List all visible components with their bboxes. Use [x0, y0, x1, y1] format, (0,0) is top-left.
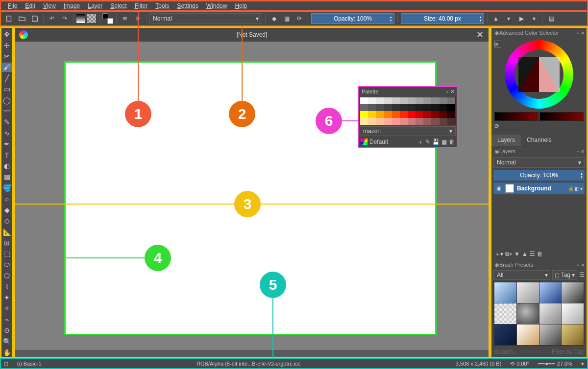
fill-tool[interactable]: 🪣	[2, 184, 12, 192]
brush-preset[interactable]	[494, 324, 516, 345]
move-tool[interactable]: ✢	[2, 41, 12, 49]
workspace-button[interactable]: ▤	[546, 13, 557, 24]
bezier-tool[interactable]: ✎	[2, 117, 12, 126]
palette-swatch[interactable]	[360, 104, 368, 111]
palette-set-combo[interactable]: mazon▾	[360, 126, 456, 136]
palette-swatch[interactable]	[376, 97, 384, 104]
blend-mode-combo[interactable]: Normal▾	[149, 13, 262, 24]
lock-icon[interactable]: 🔒	[568, 186, 574, 191]
palette-swatch[interactable]	[392, 118, 400, 125]
zoom-menu-icon[interactable]: ▾	[581, 361, 584, 367]
alpha-icon[interactable]: ◧	[575, 186, 579, 191]
palette-swatches[interactable]	[360, 97, 456, 125]
search-input[interactable]: Search...	[494, 348, 518, 355]
brush-preset[interactable]	[517, 282, 539, 303]
brush-size-slider[interactable]: Size: 40.00 px▴▾	[401, 13, 484, 24]
brush-filter-combo[interactable]: All▾	[493, 270, 550, 280]
save-file-button[interactable]	[29, 13, 40, 24]
close-docker-icon[interactable]: ✕	[581, 262, 585, 268]
redo-button[interactable]: ↷	[59, 13, 70, 24]
polyline-tool[interactable]: 〰	[2, 107, 12, 115]
contig-select-tool[interactable]: ✦	[2, 293, 12, 302]
palette-swatch[interactable]	[400, 118, 408, 125]
palette-swatch[interactable]	[423, 104, 431, 111]
smart-fill-tool[interactable]: ◆	[2, 206, 12, 214]
brush-preset[interactable]	[494, 282, 516, 303]
storage-icon[interactable]: ☰	[579, 272, 585, 278]
measure-tool[interactable]: 📐	[2, 227, 12, 236]
reload-brush-button[interactable]: ⟳	[294, 13, 305, 24]
add-layer-button[interactable]: ＋▾	[494, 250, 503, 258]
color-wheel[interactable]: ≡	[491, 38, 587, 111]
brush-tool[interactable]: 🖌	[2, 63, 12, 71]
layer-blend-combo[interactable]: Normal▾▿	[493, 157, 585, 168]
palette-swatch[interactable]	[416, 111, 423, 118]
similar-select-tool[interactable]: ✧	[2, 304, 12, 313]
rect-select-tool[interactable]: ⬚	[2, 249, 12, 258]
float-docker-icon[interactable]: ▫	[577, 30, 579, 36]
menu-help[interactable]: Help	[231, 1, 251, 10]
alpha-lock-button[interactable]: ▦	[281, 13, 292, 24]
brush-preset[interactable]	[517, 303, 539, 324]
palette-swatch[interactable]	[423, 97, 431, 104]
tab-layers[interactable]: Layers	[491, 135, 521, 146]
palette-swatch[interactable]	[447, 118, 455, 125]
close-document-button[interactable]: ✕	[476, 29, 484, 40]
zoom-tool[interactable]: 🔍	[2, 337, 12, 346]
float-docker-icon[interactable]: ▫	[577, 262, 579, 268]
line-tool[interactable]: ╱	[2, 74, 12, 83]
duplicate-layer-button[interactable]: ⧉▾	[505, 251, 512, 257]
palette-swatch[interactable]	[431, 97, 439, 104]
edit-swatch-button[interactable]: ✎	[425, 138, 430, 145]
close-docker-icon[interactable]: ✕	[450, 89, 455, 95]
palette-swatch[interactable]	[384, 118, 392, 125]
palette-swatch[interactable]	[431, 104, 439, 111]
brush-preset[interactable]	[494, 303, 516, 324]
gradient-tool[interactable]: ◐	[2, 161, 12, 170]
palette-swatch[interactable]	[384, 111, 392, 118]
ref-tool[interactable]: ⊞	[2, 238, 12, 247]
brush-preset[interactable]	[517, 324, 539, 345]
add-swatch-button[interactable]: ＋	[417, 138, 423, 146]
menu-filter[interactable]: Filter	[131, 1, 152, 10]
palette-swatch[interactable]	[376, 104, 384, 111]
palette-swatch[interactable]	[416, 97, 423, 104]
palette-swatch[interactable]	[423, 111, 431, 118]
palette-swatch[interactable]	[447, 97, 455, 104]
palette-swatch[interactable]	[408, 118, 416, 125]
mirror-h-button[interactable]: ▲	[490, 13, 501, 24]
palette-swatch[interactable]	[392, 104, 400, 111]
color-options-icon[interactable]: ≡	[494, 41, 501, 47]
close-docker-icon[interactable]: ✕	[581, 149, 585, 154]
chevron-down-icon[interactable]: ▾	[580, 186, 583, 191]
palette-swatch[interactable]	[384, 104, 392, 111]
palette-swatch[interactable]	[368, 111, 376, 118]
ellipse-tool[interactable]: ◯	[2, 95, 12, 104]
new-file-button[interactable]	[4, 13, 15, 24]
open-file-button[interactable]	[17, 13, 27, 24]
palette-swatch[interactable]	[431, 111, 439, 118]
palette-swatch[interactable]	[408, 97, 416, 104]
refresh-colors-button[interactable]: ⟳	[491, 123, 587, 132]
brush-preset[interactable]	[539, 282, 562, 303]
palette-swatch[interactable]	[416, 118, 423, 125]
palette-swatch[interactable]	[440, 104, 447, 111]
menu-settings[interactable]: Settings	[173, 1, 202, 10]
layer-opacity-slider[interactable]: Opacity: 100%▴▾	[493, 170, 585, 181]
picker-tool[interactable]: ⌕	[2, 194, 12, 203]
mirror-v-button[interactable]: ▶	[516, 13, 527, 24]
palette-swatch[interactable]	[423, 118, 431, 125]
gradient-swatch[interactable]	[76, 14, 85, 23]
tab-channels[interactable]: Channels	[521, 135, 558, 146]
delete-layer-button[interactable]: 🗑	[537, 251, 543, 257]
move-down-button[interactable]: ▼	[514, 251, 520, 257]
selection-mode-icon[interactable]: ◻	[4, 361, 8, 367]
pattern-swatch[interactable]	[87, 14, 96, 23]
palette-docker[interactable]: Palette ▫✕ mazon▾ Default ＋ ✎ 💾 ▦ 🗑	[358, 86, 458, 148]
delete-swatch-button[interactable]: 🗑	[449, 138, 455, 145]
palette-swatch[interactable]	[384, 97, 392, 104]
brush-preset[interactable]	[562, 324, 584, 345]
brush-preset-grid[interactable]	[493, 281, 585, 346]
brush-settings-button[interactable]: ≋	[120, 13, 130, 24]
float-docker-icon[interactable]: ▫	[577, 149, 579, 154]
